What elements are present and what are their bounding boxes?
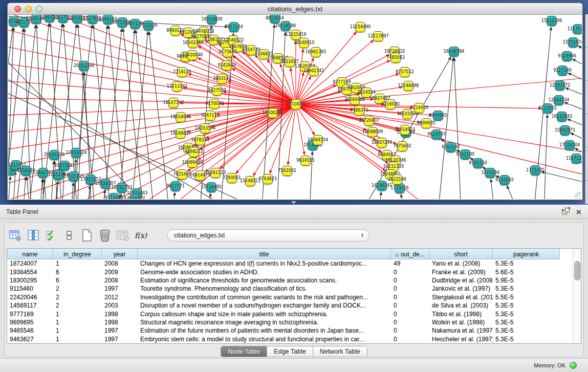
graph-node[interactable]: 7462668 [351, 83, 361, 93]
graph-node[interactable]: 2367608 [233, 42, 243, 52]
graph-node[interactable]: 16099489 [187, 158, 198, 168]
cell-pagerank[interactable]: 5.3E-5 [493, 335, 560, 343]
graph-node[interactable]: 20691406 [31, 15, 41, 24]
graph-node[interactable]: 16648784 [449, 47, 459, 57]
cell-title[interactable]: Tourette syndrome. Phenomenology and cla… [138, 285, 391, 293]
cell-pagerank[interactable]: 5.3E-5 [493, 285, 560, 293]
cell-out_de[interactable]: 49 [391, 259, 429, 268]
graph-node[interactable]: 1733426 [395, 183, 405, 193]
cell-title[interactable]: Estimation of the future numbers of pati… [138, 326, 391, 335]
graph-node[interactable]: 16210643 [557, 112, 567, 122]
cell-short[interactable]: Nakamura et al. (1997) [429, 326, 493, 335]
cell-title[interactable]: Structural magnetic resonance image aver… [138, 318, 391, 326]
graph-node[interactable]: 19902741 [309, 66, 319, 76]
graph-node[interactable]: 9154469 [414, 103, 424, 113]
cell-out_de[interactable]: 0 [391, 276, 429, 285]
cell-name[interactable]: 18724007 [7, 259, 53, 268]
graph-node[interactable]: 9498222 [189, 147, 199, 157]
graph-node[interactable]: 11548498 [403, 81, 413, 91]
column-header-out_de[interactable]: △out_de... [391, 249, 429, 259]
graph-node[interactable]: 16720407 [364, 116, 374, 126]
cell-name[interactable]: 19384554 [7, 268, 53, 276]
graph-node[interactable]: 16914479 [195, 170, 205, 181]
graph-node[interactable]: 18807249 [377, 138, 387, 148]
cell-year[interactable]: 1997 [102, 326, 138, 335]
graph-node[interactable]: 9161100 [460, 149, 470, 160]
graph-node[interactable]: 20637123 [58, 15, 68, 23]
cell-year[interactable]: 2008 [102, 259, 138, 268]
cell-title[interactable]: Investigating the contribution of common… [138, 293, 391, 301]
graph-node[interactable]: 14671358 [130, 19, 140, 29]
cell-name[interactable]: 14569117 [7, 301, 53, 310]
graph-node[interactable]: 8427552 [212, 85, 222, 96]
cell-short[interactable]: Jankovic et al. (1997) [429, 285, 493, 293]
graph-node[interactable]: 11515051 [11, 160, 21, 170]
graph-node[interactable]: 17957253 [85, 174, 96, 185]
cell-name[interactable]: 9699695 [7, 318, 53, 326]
cell-year[interactable]: 2008 [102, 276, 138, 285]
graph-node[interactable]: 12217897 [373, 31, 383, 41]
graph-node[interactable]: 16782753 [117, 183, 127, 193]
table-row[interactable]: 1830029562008Estimation of significance … [7, 276, 581, 285]
graph-node[interactable]: 9793823 [263, 174, 273, 184]
cell-short[interactable]: Hescheler et al. (1997) [429, 335, 493, 343]
graph-node[interactable]: 8912954 [183, 28, 193, 38]
graph-node[interactable]: 1874584 [485, 168, 495, 178]
graph-node[interactable]: 16033809 [207, 15, 217, 25]
graph-node[interactable]: 8813054 [270, 15, 280, 24]
cell-out_de[interactable]: 0 [391, 318, 429, 326]
graph-node[interactable]: 19218586 [280, 21, 291, 31]
column-header-title[interactable]: title [138, 249, 391, 259]
graph-node[interactable]: 7290061 [227, 173, 237, 183]
cell-in_degree[interactable]: 1 [53, 310, 102, 318]
graph-node[interactable]: 16101620 [402, 109, 412, 119]
cell-pagerank[interactable]: 5.9E-5 [493, 276, 560, 285]
graph-node[interactable]: 12213343 [172, 81, 182, 92]
graph-node[interactable]: 8215955 [542, 103, 553, 114]
graph-node[interactable]: 12093572 [555, 80, 565, 91]
graph-node[interactable]: 18300295 [268, 108, 278, 118]
column-header-short[interactable]: short [429, 249, 493, 259]
cell-short[interactable]: de Silva et al. (2003) [429, 301, 493, 310]
graph-node[interactable]: 93975887 [59, 161, 70, 171]
delete-trash-icon[interactable] [98, 229, 112, 242]
graph-node[interactable]: 8757512 [400, 67, 410, 77]
cell-out_de[interactable]: 0 [391, 293, 429, 301]
graph-node[interactable]: 13942757 [38, 168, 48, 178]
cell-in_degree[interactable]: 1 [53, 259, 102, 268]
graph-node[interactable]: 1771035 [530, 165, 540, 176]
close-panel-icon[interactable]: ✕ [575, 208, 582, 216]
graph-node[interactable]: 17359924 [71, 148, 81, 158]
graph-node[interactable]: 16961765 [311, 47, 321, 57]
graph-node[interactable]: 16958107 [100, 179, 111, 189]
graph-node[interactable]: 9857771 [170, 181, 181, 191]
tab-edge-table[interactable]: Edge Table [267, 346, 313, 357]
graph-node[interactable]: 4055724 [19, 17, 29, 28]
graph-node[interactable]: 9267110 [205, 111, 215, 121]
cell-year[interactable]: 1997 [102, 285, 138, 293]
graph-node[interactable]: 15688528 [273, 53, 283, 63]
graph-node[interactable]: 16543382 [188, 38, 198, 48]
cell-out_de[interactable]: 0 [391, 301, 429, 310]
cell-title[interactable]: Embryonic stem cells: a model to study s… [138, 335, 391, 343]
graph-node[interactable]: 7625402 [177, 169, 187, 180]
graph-node[interactable]: 15112506 [547, 16, 557, 26]
graph-node[interactable]: 2522546 [392, 174, 402, 185]
table-row[interactable]: 969969511998Structural magnetic resonanc… [7, 318, 581, 326]
graph-node[interactable]: 19654945 [176, 112, 186, 122]
graph-node[interactable]: 9115460 [109, 193, 119, 199]
table-scrollbar[interactable] [573, 249, 581, 343]
graph-node[interactable]: 8186328 [209, 35, 219, 45]
table-row[interactable]: 946362711997Embryonic stem cells: a mode… [7, 335, 581, 343]
graph-node[interactable]: 1156829 [21, 166, 31, 176]
graph-node[interactable]: 11863528 [45, 15, 55, 23]
cell-title[interactable]: Estimation of significance thresholds fo… [138, 276, 391, 285]
graph-node[interactable]: 7386372 [354, 105, 364, 116]
table-row[interactable]: 977716911998Corpus callosum shape and si… [7, 310, 581, 318]
tab-network-table[interactable]: Network Table [313, 346, 367, 357]
graph-node[interactable]: 8454749 [246, 45, 256, 55]
graph-node[interactable]: 10688609 [367, 127, 378, 137]
graph-node[interactable]: 8994965 [433, 111, 443, 121]
select-all-icon[interactable] [45, 229, 58, 242]
graph-node[interactable]: 14569117 [129, 194, 140, 199]
